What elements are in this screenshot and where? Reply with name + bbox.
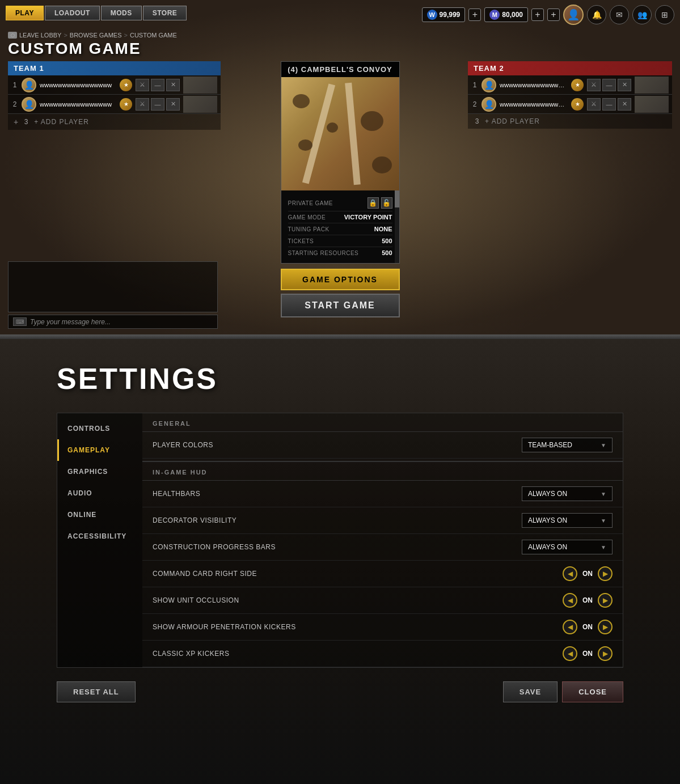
team2-player2-icon2[interactable]: — <box>602 98 616 111</box>
xp-kickers-arrow-right[interactable]: ▶ <box>598 646 613 661</box>
game-options-button[interactable]: GAME OPTIONS <box>281 269 400 290</box>
armour-kickers-arrow-left[interactable]: ◀ <box>563 620 577 634</box>
chat-input-row: ⌨ Type your message here... <box>8 315 218 329</box>
breadcrumb: ⬡ LEAVE LOBBY > BROWSE GAMES > CUSTOM GA… <box>8 32 177 39</box>
xp-kickers-label: CLASSIC XP KICKERS <box>153 650 230 658</box>
unit-occlusion-arrow-left[interactable]: ◀ <box>563 593 577 608</box>
breadcrumb-sep1: > <box>64 32 67 39</box>
chat-input[interactable]: Type your message here... <box>30 318 111 326</box>
sidebar-item-accessibility[interactable]: ACCESSIBILITY <box>57 526 142 547</box>
team2-player2-icons: ⚔ — ✕ <box>587 98 631 111</box>
start-game-button[interactable]: START GAME <box>281 294 400 317</box>
avatar: 👤 <box>563 5 584 25</box>
team1-player1-icon1[interactable]: ⚔ <box>136 79 149 91</box>
map-feature-3 <box>298 139 312 151</box>
map-resources-label: STARTING RESOURCES <box>288 250 359 256</box>
breadcrumb-leave-lobby[interactable]: LEAVE LOBBY <box>19 32 61 39</box>
team2-player2-icon1[interactable]: ⚔ <box>587 98 601 111</box>
team1-add-num: 3 <box>23 118 29 126</box>
armour-kickers-value: ON <box>581 623 594 631</box>
map-tickets-label: TICKETS <box>288 238 314 244</box>
team2-player1-num: 1 <box>471 81 478 89</box>
chat-area: ⌨ Type your message here... <box>8 261 218 329</box>
map-tuning-pack-row: TUNING PACK NONE <box>288 223 392 235</box>
team2-player1-icon1[interactable]: ⚔ <box>587 79 601 91</box>
map-tickets-row: TICKETS 500 <box>288 235 392 247</box>
breadcrumb-browse-games[interactable]: BROWSE GAMES <box>70 32 122 39</box>
team1-add-player-row[interactable]: + 3 + ADD PLAYER <box>8 114 221 130</box>
team1-player1-avatar: 👤 <box>22 78 36 92</box>
team1-player2-icon3[interactable]: ✕ <box>166 98 180 111</box>
add-merit-button[interactable]: + <box>531 9 544 21</box>
map-private-label: PRIVATE GAME <box>288 200 333 206</box>
chat-messages <box>8 261 218 312</box>
unit-occlusion-toggle: ◀ ON ▶ <box>563 593 613 608</box>
map-card: (4) CAMPBELL'S CONVOY PRIVATE GAME 🔒 🔓 <box>281 61 400 264</box>
healthbars-dropdown[interactable]: ALWAYS ON ▼ <box>522 486 613 501</box>
team2-player2-icon3[interactable]: ✕ <box>618 98 631 111</box>
sidebar-item-gameplay[interactable]: GAMEPLAY <box>57 439 142 461</box>
team1-player2-icons: ⚔ — ✕ <box>136 98 180 111</box>
team1-player1-badge: ★ <box>120 79 132 91</box>
lock-icon-1[interactable]: 🔒 <box>368 197 379 209</box>
lock-icon-2[interactable]: 🔓 <box>381 197 392 209</box>
command-card-arrow-left[interactable]: ◀ <box>563 566 577 581</box>
map-road-2 <box>345 83 361 185</box>
map-scrollbar-thumb <box>395 190 399 207</box>
team1-player1-icon3[interactable]: ✕ <box>166 79 180 91</box>
team2-player1-name: wwwwwwwwwwwwwwww <box>500 82 568 88</box>
unit-occlusion-row: SHOW UNIT OCCLUSION ◀ ON ▶ <box>142 587 623 614</box>
top-right-area: W 99,999 + M 80,000 + + 👤 🔔 ✉ 👥 ⊞ <box>422 5 674 25</box>
friends-icon[interactable]: 👥 <box>632 5 652 24</box>
team1-player2-icon1[interactable]: ⚔ <box>136 98 149 111</box>
sidebar-item-controls[interactable]: CONTROLS <box>57 418 142 439</box>
unit-occlusion-arrow-right[interactable]: ▶ <box>598 593 613 608</box>
command-card-arrow-right[interactable]: ▶ <box>598 566 613 581</box>
settings-icon[interactable]: ⊞ <box>655 5 674 24</box>
reset-all-button[interactable]: RESET ALL <box>57 681 136 702</box>
breadcrumb-icon: ⬡ <box>8 32 17 39</box>
construction-progress-arrow: ▼ <box>601 544 606 550</box>
sidebar-item-graphics[interactable]: GRAPHICS <box>57 461 142 482</box>
team2-player2-faction <box>635 96 669 113</box>
settings-section: SETTINGS CONTROLS GAMEPLAY GRAPHICS AUDI… <box>0 339 680 784</box>
unit-occlusion-label: SHOW UNIT OCCLUSION <box>153 596 239 604</box>
team1-player1-icon2[interactable]: — <box>151 79 164 91</box>
map-game-mode-row: GAME MODE VICTORY POINT <box>288 211 392 223</box>
team2-player-row-2: 2 👤 wwwwwwwwwwwwwwww ★ ⚔ — ✕ <box>468 95 672 114</box>
nav-tab-store[interactable]: STORE <box>143 6 187 20</box>
map-feature-2 <box>361 111 383 131</box>
team2-player2-avatar: 👤 <box>482 97 496 112</box>
team1-player2-badge: ★ <box>120 98 132 111</box>
team2-player2-badge: ★ <box>571 98 584 111</box>
decorator-visibility-dropdown[interactable]: ALWAYS ON ▼ <box>522 513 613 528</box>
armour-kickers-arrow-right[interactable]: ▶ <box>598 620 613 634</box>
team2-player1-icon3[interactable]: ✕ <box>618 79 631 91</box>
sidebar-item-online[interactable]: ONLINE <box>57 504 142 526</box>
nav-tab-mods[interactable]: MODS <box>101 6 142 20</box>
team2-add-player-row[interactable]: 3 + ADD PLAYER <box>468 114 672 129</box>
player-colors-dropdown[interactable]: TEAM-BASED ▼ <box>522 438 613 452</box>
construction-progress-dropdown[interactable]: ALWAYS ON ▼ <box>522 540 613 554</box>
healthbars-label: HEALTHBARS <box>153 490 200 498</box>
add-warfunds-button[interactable]: + <box>468 9 481 21</box>
nav-tab-loadout[interactable]: LOADOUT <box>45 6 100 20</box>
add-third-button[interactable]: + <box>547 9 560 21</box>
command-card-label: COMMAND CARD RIGHT SIDE <box>153 570 257 578</box>
team2-player1-icon2[interactable]: — <box>602 79 616 91</box>
xp-kickers-row: CLASSIC XP KICKERS ◀ ON ▶ <box>142 641 623 667</box>
messages-icon[interactable]: ✉ <box>610 5 629 24</box>
team1-player1-icons: ⚔ — ✕ <box>136 79 180 91</box>
player-colors-arrow: ▼ <box>601 442 606 448</box>
team1-player2-icon2[interactable]: — <box>151 98 164 111</box>
nav-tab-play[interactable]: PLAY <box>6 6 44 20</box>
team1-player1-name: wwwwwwwwwwwwwwww <box>40 82 116 88</box>
notifications-icon[interactable]: 🔔 <box>587 5 606 24</box>
xp-kickers-arrow-left[interactable]: ◀ <box>563 646 577 661</box>
close-button[interactable]: CLOSE <box>562 681 623 702</box>
save-button[interactable]: SAVE <box>503 681 557 702</box>
map-feature-4 <box>372 156 392 173</box>
map-scrollbar[interactable] <box>395 190 399 263</box>
xp-kickers-value: ON <box>581 650 594 658</box>
sidebar-item-audio[interactable]: AUDIO <box>57 482 142 504</box>
